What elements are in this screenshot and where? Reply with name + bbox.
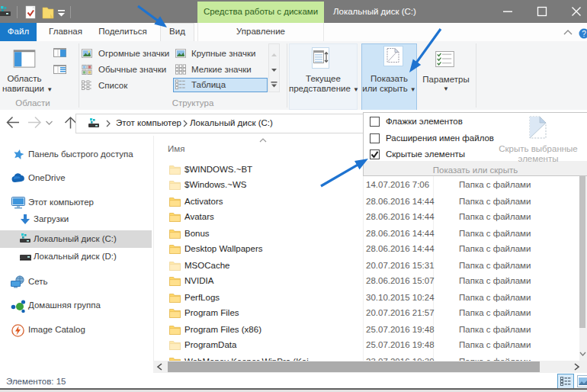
- svg-text:?: ?: [582, 30, 586, 38]
